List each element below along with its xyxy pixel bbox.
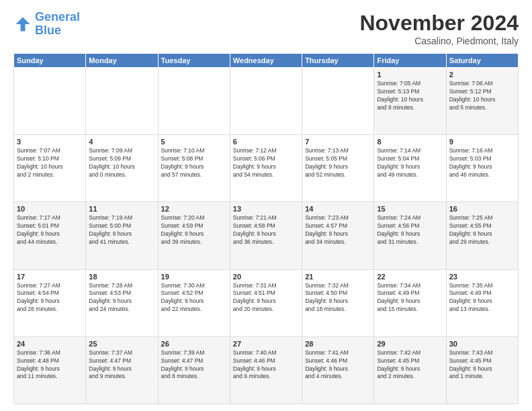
page: General Blue November 2024 Casalino, Pie… <box>0 0 532 411</box>
calendar-cell: 3Sunrise: 7:07 AM Sunset: 5:10 PM Daylig… <box>14 135 86 202</box>
day-number: 23 <box>449 273 515 281</box>
calendar-cell: 8Sunrise: 7:14 AM Sunset: 5:04 PM Daylig… <box>374 135 446 202</box>
day-info: Sunrise: 7:35 AM Sunset: 4:49 PM Dayligh… <box>449 282 515 314</box>
calendar-cell: 30Sunrise: 7:43 AM Sunset: 4:45 PM Dayli… <box>446 336 518 404</box>
calendar-cell: 1Sunrise: 7:05 AM Sunset: 5:13 PM Daylig… <box>374 68 446 135</box>
calendar-cell: 9Sunrise: 7:16 AM Sunset: 5:03 PM Daylig… <box>446 135 518 202</box>
day-number: 29 <box>377 340 443 348</box>
day-header-tuesday: Tuesday <box>158 54 230 68</box>
day-number: 21 <box>305 273 371 281</box>
day-number: 8 <box>377 138 443 146</box>
title-block: November 2024 Casalino, Piedmont, Italy <box>359 11 519 46</box>
logo: General Blue <box>13 11 80 38</box>
logo-icon <box>13 15 32 34</box>
logo-text: General Blue <box>35 11 80 38</box>
logo-line2: Blue <box>35 24 61 37</box>
header: General Blue November 2024 Casalino, Pie… <box>13 11 519 46</box>
logo-line1: General <box>35 10 80 24</box>
day-header-saturday: Saturday <box>446 54 518 68</box>
day-info: Sunrise: 7:41 AM Sunset: 4:46 PM Dayligh… <box>305 349 371 381</box>
day-info: Sunrise: 7:14 AM Sunset: 5:04 PM Dayligh… <box>377 147 443 179</box>
day-number: 15 <box>377 205 443 213</box>
day-number: 10 <box>17 205 83 213</box>
day-number: 11 <box>89 205 154 213</box>
month-title: November 2024 <box>359 11 519 36</box>
day-number: 25 <box>89 340 154 348</box>
day-info: Sunrise: 7:13 AM Sunset: 5:05 PM Dayligh… <box>305 147 371 179</box>
day-info: Sunrise: 7:24 AM Sunset: 4:56 PM Dayligh… <box>377 214 443 246</box>
day-info: Sunrise: 7:06 AM Sunset: 5:12 PM Dayligh… <box>449 80 515 112</box>
day-number: 7 <box>305 138 371 146</box>
day-info: Sunrise: 7:36 AM Sunset: 4:48 PM Dayligh… <box>17 349 83 381</box>
day-number: 27 <box>233 340 299 348</box>
calendar-cell: 16Sunrise: 7:25 AM Sunset: 4:55 PM Dayli… <box>446 202 518 269</box>
calendar-cell: 13Sunrise: 7:21 AM Sunset: 4:58 PM Dayli… <box>230 202 302 269</box>
week-row-4: 17Sunrise: 7:27 AM Sunset: 4:54 PM Dayli… <box>14 269 519 336</box>
day-info: Sunrise: 7:34 AM Sunset: 4:49 PM Dayligh… <box>377 282 443 314</box>
day-info: Sunrise: 7:43 AM Sunset: 4:45 PM Dayligh… <box>449 349 515 381</box>
calendar-cell: 28Sunrise: 7:41 AM Sunset: 4:46 PM Dayli… <box>302 336 374 404</box>
day-number: 12 <box>161 205 227 213</box>
day-number: 20 <box>233 273 299 281</box>
day-info: Sunrise: 7:21 AM Sunset: 4:58 PM Dayligh… <box>233 214 299 246</box>
day-number: 1 <box>377 71 443 79</box>
day-header-monday: Monday <box>86 54 158 68</box>
day-info: Sunrise: 7:30 AM Sunset: 4:52 PM Dayligh… <box>161 282 227 314</box>
calendar-cell: 4Sunrise: 7:09 AM Sunset: 5:09 PM Daylig… <box>86 135 158 202</box>
calendar-cell: 18Sunrise: 7:28 AM Sunset: 4:53 PM Dayli… <box>86 269 158 336</box>
calendar-body: 1Sunrise: 7:05 AM Sunset: 5:13 PM Daylig… <box>14 68 519 404</box>
day-info: Sunrise: 7:39 AM Sunset: 4:47 PM Dayligh… <box>161 349 227 381</box>
calendar-cell: 21Sunrise: 7:32 AM Sunset: 4:50 PM Dayli… <box>302 269 374 336</box>
day-number: 9 <box>449 138 515 146</box>
calendar-header: SundayMondayTuesdayWednesdayThursdayFrid… <box>14 54 519 68</box>
day-number: 6 <box>233 138 299 146</box>
calendar-cell: 29Sunrise: 7:42 AM Sunset: 4:45 PM Dayli… <box>374 336 446 404</box>
day-info: Sunrise: 7:16 AM Sunset: 5:03 PM Dayligh… <box>449 147 515 179</box>
day-info: Sunrise: 7:20 AM Sunset: 4:59 PM Dayligh… <box>161 214 227 246</box>
day-header-friday: Friday <box>374 54 446 68</box>
day-number: 13 <box>233 205 299 213</box>
day-info: Sunrise: 7:27 AM Sunset: 4:54 PM Dayligh… <box>17 282 83 314</box>
header-row: SundayMondayTuesdayWednesdayThursdayFrid… <box>14 54 519 68</box>
calendar-cell <box>158 68 230 135</box>
day-number: 14 <box>305 205 371 213</box>
day-number: 19 <box>161 273 227 281</box>
week-row-3: 10Sunrise: 7:17 AM Sunset: 5:01 PM Dayli… <box>14 202 519 269</box>
calendar-cell: 11Sunrise: 7:19 AM Sunset: 5:00 PM Dayli… <box>86 202 158 269</box>
day-info: Sunrise: 7:28 AM Sunset: 4:53 PM Dayligh… <box>89 282 154 314</box>
day-info: Sunrise: 7:25 AM Sunset: 4:55 PM Dayligh… <box>449 214 515 246</box>
calendar-cell: 2Sunrise: 7:06 AM Sunset: 5:12 PM Daylig… <box>446 68 518 135</box>
day-number: 17 <box>17 273 83 281</box>
day-info: Sunrise: 7:10 AM Sunset: 5:08 PM Dayligh… <box>161 147 227 179</box>
day-info: Sunrise: 7:07 AM Sunset: 5:10 PM Dayligh… <box>17 147 83 179</box>
day-info: Sunrise: 7:42 AM Sunset: 4:45 PM Dayligh… <box>377 349 443 381</box>
day-info: Sunrise: 7:40 AM Sunset: 4:46 PM Dayligh… <box>233 349 299 381</box>
calendar-cell: 17Sunrise: 7:27 AM Sunset: 4:54 PM Dayli… <box>14 269 86 336</box>
day-number: 28 <box>305 340 371 348</box>
day-number: 4 <box>89 138 154 146</box>
day-info: Sunrise: 7:17 AM Sunset: 5:01 PM Dayligh… <box>17 214 83 246</box>
calendar-cell: 14Sunrise: 7:23 AM Sunset: 4:57 PM Dayli… <box>302 202 374 269</box>
calendar-cell: 7Sunrise: 7:13 AM Sunset: 5:05 PM Daylig… <box>302 135 374 202</box>
day-info: Sunrise: 7:09 AM Sunset: 5:09 PM Dayligh… <box>89 147 154 179</box>
day-number: 26 <box>161 340 227 348</box>
subtitle: Casalino, Piedmont, Italy <box>359 36 519 46</box>
calendar-cell: 6Sunrise: 7:12 AM Sunset: 5:06 PM Daylig… <box>230 135 302 202</box>
calendar-cell <box>230 68 302 135</box>
calendar-cell: 27Sunrise: 7:40 AM Sunset: 4:46 PM Dayli… <box>230 336 302 404</box>
day-number: 22 <box>377 273 443 281</box>
calendar-cell: 20Sunrise: 7:31 AM Sunset: 4:51 PM Dayli… <box>230 269 302 336</box>
day-info: Sunrise: 7:12 AM Sunset: 5:06 PM Dayligh… <box>233 147 299 179</box>
calendar-cell: 23Sunrise: 7:35 AM Sunset: 4:49 PM Dayli… <box>446 269 518 336</box>
day-info: Sunrise: 7:19 AM Sunset: 5:00 PM Dayligh… <box>89 214 154 246</box>
day-header-thursday: Thursday <box>302 54 374 68</box>
day-number: 24 <box>17 340 83 348</box>
day-number: 5 <box>161 138 227 146</box>
day-info: Sunrise: 7:37 AM Sunset: 4:47 PM Dayligh… <box>89 349 154 381</box>
day-header-wednesday: Wednesday <box>230 54 302 68</box>
day-number: 3 <box>17 138 83 146</box>
calendar-cell: 24Sunrise: 7:36 AM Sunset: 4:48 PM Dayli… <box>14 336 86 404</box>
week-row-2: 3Sunrise: 7:07 AM Sunset: 5:10 PM Daylig… <box>14 135 519 202</box>
svg-marker-0 <box>16 17 30 31</box>
calendar-cell <box>14 68 86 135</box>
